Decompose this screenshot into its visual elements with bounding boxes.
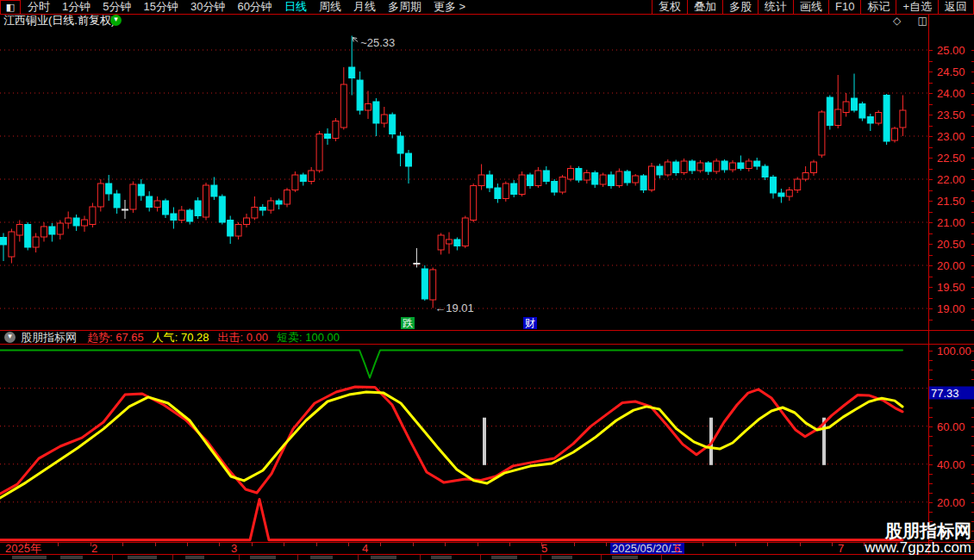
axis-tick — [929, 351, 933, 352]
axis-tick — [929, 179, 933, 180]
date-tick — [800, 543, 801, 546]
low-annotation: ←19.01 — [434, 302, 474, 314]
clipped-text-fragment — [612, 556, 638, 559]
split-window-icon[interactable]: ◧ — [0, 0, 21, 15]
date-tick — [509, 543, 510, 546]
action-button-多股[interactable]: 多股 — [722, 0, 758, 14]
axis-tick — [929, 330, 933, 331]
axis-tick — [929, 265, 933, 266]
date-axis: 2025年23452025/05/20/二67 — [0, 543, 928, 554]
price-label: 22.00 — [937, 173, 965, 186]
strip-tick — [540, 555, 541, 560]
axis-tick — [929, 255, 933, 256]
period-tab-多周期[interactable]: 多周期 — [388, 0, 421, 15]
action-button-统计[interactable]: 统计 — [758, 0, 793, 14]
indicator-field: 出击: 0.00 — [218, 331, 269, 344]
date-label: 2 — [91, 543, 97, 554]
selected-date-label: 2025/05/20/二 — [610, 543, 684, 554]
action-button-F10[interactable]: F10 — [828, 0, 860, 14]
clipped-text-fragment — [250, 556, 276, 559]
clipped-text-fragment — [12, 556, 47, 559]
date-label: 6 — [674, 543, 680, 554]
stock-title: 江西铜业(日线.前复权) — [3, 15, 115, 27]
top-toolbar: ◧ 分时1分钟5分钟15分钟30分钟60分钟日线周线月线多周期更多 > 复权叠加… — [0, 0, 974, 15]
indicator-axis-label: 100.00 — [937, 344, 971, 357]
date-tick — [187, 543, 188, 546]
price-label: 19.50 — [937, 281, 965, 294]
axis-tick — [929, 417, 933, 418]
period-tab-日线[interactable]: 日线 — [284, 0, 307, 15]
period-tab-分时[interactable]: 分时 — [28, 0, 50, 15]
action-button-返回[interactable]: 返回 — [938, 0, 974, 14]
period-tab-周线[interactable]: 周线 — [319, 0, 341, 15]
axis-tick — [929, 277, 933, 277]
price-label: 25.00 — [937, 44, 965, 57]
indicator-values: 趋势: 67.65人气: 70.28出击: 0.00短卖: 100.00 — [87, 330, 348, 345]
axis-tick — [929, 493, 933, 494]
price-label: 24.50 — [937, 65, 965, 78]
high-annotation: ~25.33 — [360, 36, 395, 49]
date-tick — [380, 543, 381, 546]
date-tick — [58, 543, 59, 546]
bottom-status-strip — [0, 555, 974, 560]
candlestick-chart[interactable]: ~25.33←19.01 — [0, 27, 928, 330]
axis-tick — [929, 222, 933, 223]
action-button-叠加[interactable]: 叠加 — [687, 0, 722, 14]
axis-tick — [929, 308, 933, 309]
indicator-chart[interactable] — [0, 345, 928, 542]
action-button-复权[interactable]: 复权 — [652, 0, 687, 14]
chevron-down-icon[interactable]: ▾ — [4, 332, 16, 343]
axis-tick — [929, 408, 933, 408]
date-tick — [606, 543, 607, 546]
chevron-down-icon[interactable]: ▾ — [110, 15, 122, 26]
date-label: 7 — [838, 543, 844, 554]
period-tab-5分钟[interactable]: 5分钟 — [103, 0, 131, 15]
strip-tick — [172, 555, 173, 560]
strip-tick — [661, 555, 662, 560]
date-tick — [574, 543, 575, 546]
indicator-name[interactable]: 股朋指标网 — [21, 330, 77, 345]
period-tab-60分钟[interactable]: 60分钟 — [237, 0, 272, 15]
toolbar-actions: 复权叠加多股统计画线F10标记+自选返回 — [652, 0, 974, 14]
clipped-text-fragment — [371, 556, 396, 559]
axis-tick — [929, 93, 933, 94]
clipped-text-fragment — [60, 556, 83, 559]
clipped-text-fragment — [552, 556, 572, 559]
indicator-header: ▾ 股朋指标网 趋势: 67.65人气: 70.28出击: 0.00短卖: 10… — [0, 331, 928, 344]
chart-title-row: 江西铜业(日线.前复权) ▾ ◇ ◫ — [0, 15, 974, 27]
series-出击 — [0, 500, 902, 540]
strip-tick — [420, 555, 421, 560]
axis-tick — [929, 455, 933, 456]
axis-tick — [929, 115, 933, 115]
period-tabs: 分时1分钟5分钟15分钟30分钟60分钟日线周线月线多周期更多 > — [28, 0, 465, 15]
clipped-text-fragment — [431, 556, 452, 559]
action-button-+自选[interactable]: +自选 — [896, 0, 938, 14]
price-label: 21.50 — [937, 195, 965, 208]
action-button-画线[interactable]: 画线 — [793, 0, 828, 14]
price-axis: 25.0024.5024.0023.5023.0022.5022.0021.50… — [928, 15, 974, 554]
strip-tick — [358, 555, 359, 560]
indicator-field: 人气: 70.28 — [153, 331, 209, 344]
date-tick — [832, 543, 833, 546]
period-tab-30分钟[interactable]: 30分钟 — [190, 0, 225, 15]
period-tab-15分钟[interactable]: 15分钟 — [143, 0, 178, 15]
clipped-text-fragment — [185, 556, 204, 559]
price-label: 20.00 — [937, 259, 965, 272]
date-tick — [735, 543, 736, 546]
price-label: 21.00 — [937, 216, 965, 229]
axis-tick — [929, 512, 933, 513]
period-tab-1分钟[interactable]: 1分钟 — [62, 0, 91, 15]
axis-tick — [929, 298, 933, 299]
action-button-标记[interactable]: 标记 — [860, 0, 896, 14]
axis-tick — [929, 83, 933, 84]
strip-tick — [112, 555, 113, 560]
axis-tick — [929, 464, 933, 465]
date-tick — [478, 543, 478, 546]
site-watermark: 股朋指标网 www.7gpzb.com — [865, 522, 971, 556]
strip-tick — [239, 555, 240, 560]
axis-tick — [929, 126, 933, 127]
clipped-text-fragment — [128, 556, 157, 559]
period-tab-月线[interactable]: 月线 — [353, 0, 376, 15]
period-tab-更多 >[interactable]: 更多 > — [434, 0, 465, 15]
axis-tick — [929, 379, 933, 380]
